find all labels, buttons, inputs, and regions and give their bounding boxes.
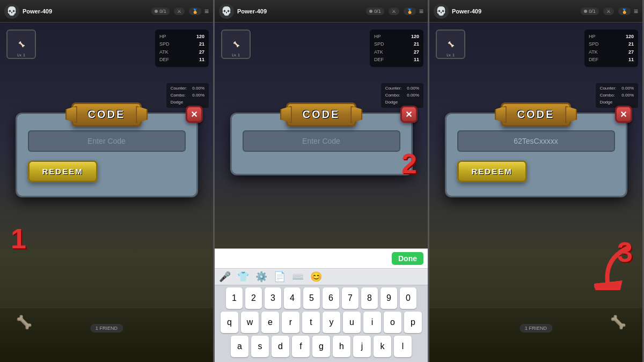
done-button[interactable]: Done [392, 252, 423, 265]
shirt-icon[interactable]: 👕 [237, 271, 249, 283]
cursor-icon[interactable]: ⌨️ [292, 271, 304, 283]
key-4[interactable]: 4 [284, 287, 301, 309]
key-3[interactable]: 3 [265, 287, 281, 309]
stat-pill-7: 0/1 [581, 8, 599, 15]
gear-icon[interactable]: ⚙️ [255, 271, 267, 283]
dialog-banner-1: CODE [71, 102, 142, 127]
key-7[interactable]: 7 [342, 287, 358, 309]
skull-icon-1: 💀 [4, 4, 19, 19]
key-k[interactable]: k [374, 336, 391, 357]
close-button-2[interactable]: ✕ [400, 106, 418, 123]
top-stats-2: 0/1 ⚔ 🏅 [366, 8, 416, 15]
dialog-banner-3: CODE [501, 102, 572, 127]
stats-area-3: HP120 SPD21 ATK27 DEF11 [584, 29, 638, 67]
scene-char-3: 🦴 [610, 315, 626, 330]
char-portrait-1: 🦴 Lv. 1 [6, 29, 36, 59]
friends-badge-3: 1 FRIEND [519, 324, 552, 333]
redeem-button-1[interactable]: REDEEM [28, 160, 98, 182]
key-u[interactable]: u [343, 312, 361, 333]
top-stats-1: 0/1 ⚔ 🏅 [151, 8, 201, 15]
key-9[interactable]: 9 [380, 287, 397, 309]
def-label-1: DEF [159, 56, 169, 63]
step-number-2: 2 [401, 147, 417, 180]
code-input-3[interactable] [457, 130, 615, 152]
redeem-button-3[interactable]: REDEEM [457, 160, 527, 182]
hp-label-1: HP [159, 33, 166, 40]
key-6[interactable]: 6 [323, 287, 339, 309]
counter-label-1: Counter: [171, 85, 187, 92]
letter-row-1: q w e r t y u i o p [217, 312, 426, 333]
char-level-1: Lv. 1 [17, 53, 25, 57]
key-2[interactable]: 2 [245, 287, 262, 309]
def-val-1: 11 [199, 56, 204, 63]
doc-icon[interactable]: 📄 [274, 271, 286, 283]
key-s[interactable]: s [251, 336, 269, 357]
game-title-3: Power-409 [452, 8, 577, 14]
atk-val-1: 27 [199, 48, 204, 56]
hamburger-icon-3[interactable]: ≡ [634, 7, 638, 16]
key-l[interactable]: l [394, 336, 412, 357]
char-level-3: Lv. 1 [447, 53, 455, 57]
dialog-banner-2: CODE [286, 102, 357, 127]
panel-1: 💀 Power-409 0/1 ⚔ 🏅 ≡ 🦴 Lv. 1 HP120 SPD2… [0, 0, 215, 362]
mic-icon[interactable]: 🎤 [219, 271, 231, 283]
number-row: 1 2 3 4 5 6 7 8 9 0 [217, 287, 426, 309]
key-t[interactable]: t [302, 312, 320, 333]
key-1[interactable]: 1 [226, 287, 243, 309]
code-input-1[interactable] [28, 130, 186, 152]
scene-char-1: 🦴 [16, 315, 32, 330]
keyboard-overlay-2: Done 🎤 👕 ⚙️ 📄 ⌨️ 😊 1 2 3 4 5 6 7 8 9 0 [215, 248, 428, 362]
code-dialog-2: CODE ✕ [230, 113, 413, 175]
key-r[interactable]: r [282, 312, 299, 333]
key-5[interactable]: 5 [303, 287, 320, 309]
key-q[interactable]: q [221, 312, 238, 333]
typing-input[interactable] [219, 254, 392, 263]
letter-row-2: a s d f g h j k l [217, 336, 426, 357]
stat-pill-2: ⚔ [174, 8, 185, 15]
key-o[interactable]: o [384, 312, 401, 333]
stat-pill-9: 🏅 [618, 8, 631, 15]
stat-pill-4: 0/1 [366, 8, 384, 15]
arrow-icon-3 [594, 242, 637, 290]
key-8[interactable]: 8 [361, 287, 378, 309]
key-0[interactable]: 0 [400, 287, 416, 309]
code-input-2[interactable] [243, 130, 400, 152]
keyboard-rows: 1 2 3 4 5 6 7 8 9 0 q w e r t y u i o [215, 285, 428, 357]
key-p[interactable]: p [404, 312, 422, 333]
panel-2: 💀 Power-409 0/1 ⚔ 🏅 ≡ 🦴 Lv. 1 HP120 SPD2… [215, 0, 429, 362]
game-title-1: Power-409 [23, 8, 148, 14]
key-h[interactable]: h [333, 336, 350, 357]
stats-area-2: HP120 SPD21 ATK27 DEF11 [370, 29, 423, 67]
stats-area-1: HP120 SPD21 ATK27 DEF11 [155, 29, 209, 67]
emoji-icon[interactable]: 😊 [310, 271, 322, 283]
key-j[interactable]: j [353, 336, 371, 357]
dodge-label-1: Dodge [171, 99, 184, 106]
key-y[interactable]: y [323, 312, 340, 333]
key-a[interactable]: a [231, 336, 248, 357]
hamburger-icon-1[interactable]: ≡ [204, 7, 209, 16]
hp-val-1: 120 [196, 33, 204, 40]
stat-pill-3: 🏅 [189, 8, 201, 15]
stat-pill-5: ⚔ [389, 8, 399, 15]
char-portrait-2: 🦴 Lv. 1 [221, 29, 251, 59]
key-d[interactable]: d [272, 336, 289, 357]
key-g[interactable]: g [312, 336, 330, 357]
key-f[interactable]: f [292, 336, 310, 357]
code-dialog-3: CODE ✕ REDEEM [445, 113, 627, 197]
key-e[interactable]: e [261, 312, 279, 333]
close-button-1[interactable]: ✕ [186, 106, 203, 123]
step-number-1: 1 [11, 223, 26, 255]
char-level-2: Lv. 1 [232, 53, 240, 57]
friends-badge-1: 1 FRIEND [90, 324, 123, 333]
key-w[interactable]: w [241, 312, 259, 333]
game-title-2: Power-409 [237, 8, 363, 14]
skull-icon-2: 💀 [219, 4, 234, 19]
key-i[interactable]: i [363, 312, 381, 333]
combo-stats-2: Counter:0.00% Combo:0.00% Dodge [381, 83, 423, 108]
spd-label-1: SPD [159, 40, 170, 48]
combo-val-1: 0.00% [192, 92, 204, 99]
close-button-3[interactable]: ✕ [615, 106, 632, 123]
keyboard-toolbar: 🎤 👕 ⚙️ 📄 ⌨️ 😊 [215, 269, 428, 285]
char-portrait-3: 🦴 Lv. 1 [436, 29, 465, 59]
hamburger-icon-2[interactable]: ≡ [419, 7, 423, 16]
